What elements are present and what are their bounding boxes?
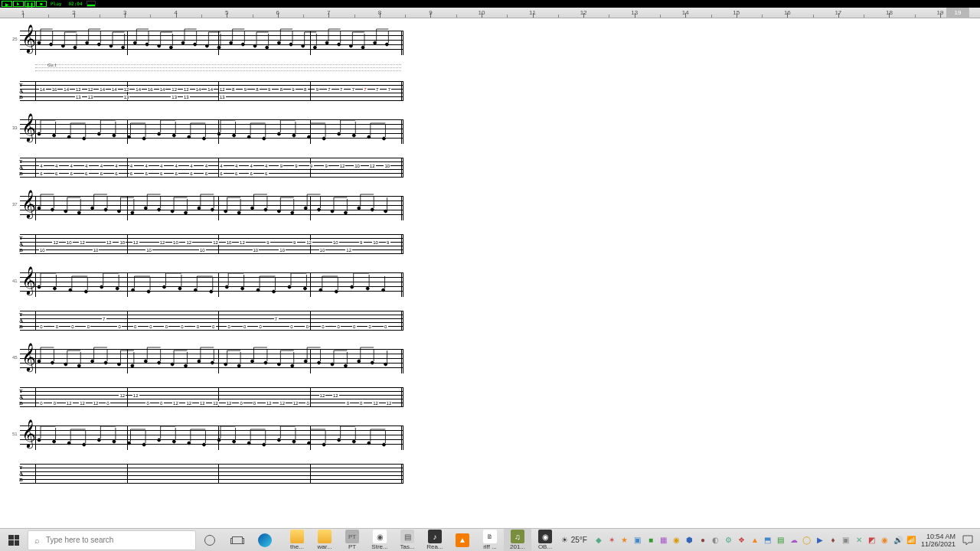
tab-clef-letter: B: [19, 171, 23, 177]
play-from-start-button[interactable]: ⏵: [13, 1, 24, 7]
tab-clef-letter: T: [19, 312, 23, 318]
taskbar-app-label: Rea...: [426, 544, 443, 550]
fret-number: 12: [79, 240, 86, 245]
playhead-indicator[interactable]: 19: [946, 8, 969, 18]
tray-icon[interactable]: ▦: [658, 535, 669, 546]
cortana-button[interactable]: [196, 529, 224, 552]
task-view-button[interactable]: [224, 529, 251, 552]
fret-number: 8: [303, 87, 308, 92]
tray-icon[interactable]: ▶: [815, 535, 825, 546]
tray-icon[interactable]: ⬒: [763, 535, 773, 546]
taskbar-app-Tas...[interactable]: ▤Tas...: [394, 529, 421, 552]
fret-number: 6: [144, 171, 149, 176]
fret-number: 12: [345, 248, 352, 253]
fret-number: 12: [183, 87, 190, 92]
action-center-button[interactable]: [960, 533, 975, 548]
fret-number: 0: [258, 324, 263, 329]
tray-icon[interactable]: ✶: [606, 535, 617, 546]
taskbar-app-the...[interactable]: the...: [283, 529, 311, 552]
fret-number: 10: [145, 248, 152, 253]
timeline-ruler[interactable]: 19 12345678910111213141516171819: [0, 8, 980, 18]
tray-icon[interactable]: ◉: [880, 535, 890, 546]
pause-button[interactable]: ❚❚: [24, 1, 35, 7]
treble-clef-icon: 𝄞: [21, 115, 36, 139]
tab-clef-letter: T: [19, 83, 23, 88]
fret-number: 13: [171, 95, 178, 99]
tray-icon[interactable]: ▣: [632, 535, 643, 546]
fret-number: 12: [266, 401, 273, 406]
tray-icon[interactable]: ♦: [828, 535, 838, 546]
edge-button[interactable]: [251, 529, 279, 552]
fret-number: 10: [253, 248, 260, 253]
taskbar-app-label: riff ...: [483, 544, 497, 550]
weather-icon: ☀: [561, 536, 568, 544]
fret-number: 12: [123, 87, 130, 92]
taskbar-app-riff ...[interactable]: 🗎riff ...: [476, 529, 504, 552]
tray-icon[interactable]: ★: [619, 535, 630, 546]
taskbar-app-201...[interactable]: ♫201...: [504, 529, 531, 552]
tray-icon[interactable]: ☁: [789, 535, 799, 546]
fret-number: 10: [66, 240, 73, 245]
taskbar-app-OB...[interactable]: ◉OB...: [531, 529, 559, 552]
fret-number: 16: [147, 87, 154, 92]
fret-number: 6: [84, 171, 89, 176]
fret-number: 14: [207, 87, 214, 92]
fret-number: 4: [204, 164, 208, 168]
tray-icon[interactable]: ◐: [710, 535, 721, 546]
ruler-mark: 10: [479, 9, 485, 16]
tray-icon[interactable]: ▲: [750, 535, 760, 546]
stop-button[interactable]: ■: [36, 1, 47, 7]
score-viewport[interactable]: 𝄞Gtr.ITAB1416141212141412141614121214141…: [0, 18, 980, 528]
tray-icon[interactable]: ◩: [867, 535, 877, 546]
fret-number: 6: [159, 171, 164, 176]
tray-icon[interactable]: ⚙: [724, 535, 734, 546]
fret-number: 16: [51, 87, 58, 92]
ruler-mark: 15: [733, 9, 740, 16]
play-button[interactable]: ▶: [2, 1, 12, 7]
treble-clef-icon: 𝄞: [21, 344, 36, 369]
taskbar-app-item[interactable]: ▲: [449, 529, 476, 552]
tray-icon[interactable]: ▤: [776, 535, 786, 546]
tray-icon[interactable]: ❖: [737, 535, 747, 546]
fret-number: 4: [99, 164, 103, 168]
tray-icon[interactable]: ⬢: [684, 535, 695, 546]
tray-icon[interactable]: ●: [697, 535, 708, 546]
fret-number: 4: [114, 164, 119, 168]
taskbar-search-input[interactable]: ⌕ Type here to search: [28, 530, 196, 550]
staff-system: 𝄞TAB444444444444444499991210121066666666…: [20, 119, 403, 182]
fret-number: 12: [171, 87, 178, 92]
fret-number: 7: [274, 317, 279, 321]
fret-number: 6: [114, 171, 119, 176]
fret-number: 6: [234, 171, 239, 176]
transport-mode: Play: [47, 1, 64, 7]
tab-clef-letter: T: [19, 465, 23, 471]
taskbar-app-Rea...[interactable]: ♪Rea...: [421, 529, 449, 552]
tray-icon[interactable]: 🔊: [893, 535, 903, 546]
tray-icon[interactable]: ◉: [671, 535, 682, 546]
fret-number: 6: [264, 171, 269, 176]
fret-number: 4: [129, 164, 134, 168]
fret-number: 0: [289, 324, 294, 329]
ruler-mark: 8: [378, 9, 381, 16]
fret-number: 9: [315, 87, 319, 92]
weather-widget[interactable]: ☀ 25°F: [561, 536, 587, 544]
fret-number: 0: [159, 401, 164, 406]
fret-number: 6: [54, 171, 59, 176]
measure-number: 45: [12, 355, 18, 360]
taskbar-app-label: 201...: [510, 544, 525, 550]
tray-icon[interactable]: ◯: [802, 535, 812, 546]
tray-icon[interactable]: ■: [645, 535, 656, 546]
tray-icon[interactable]: ◆: [593, 535, 604, 546]
taskbar-clock[interactable]: 10:54 AM 11/26/2021: [921, 533, 956, 548]
tray-icon[interactable]: 📶: [906, 535, 916, 546]
fret-number: 0: [321, 324, 325, 329]
tray-icon[interactable]: ✕: [854, 535, 864, 546]
taskbar-app-war...[interactable]: war...: [311, 529, 338, 552]
tab-clef-letter: A: [19, 89, 23, 94]
fret-number: 0: [106, 401, 110, 406]
taskbar-app-Stre...[interactable]: ◉Stre...: [366, 529, 394, 552]
start-button[interactable]: [0, 529, 28, 552]
taskbar-app-PT[interactable]: PTPT: [338, 529, 366, 552]
tray-icon[interactable]: ▣: [841, 535, 851, 546]
fret-number: 9: [266, 240, 270, 245]
